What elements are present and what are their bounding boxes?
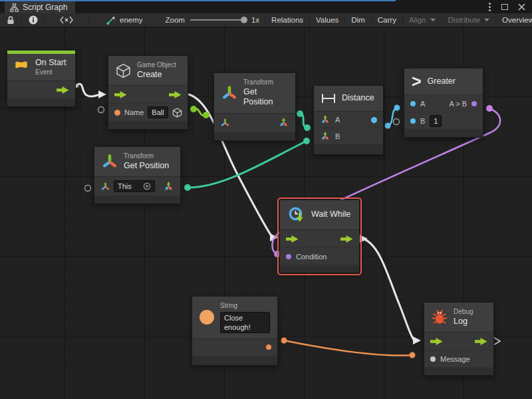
b-port-label: B — [335, 132, 340, 140]
node-title: On Start — [35, 58, 66, 68]
script-graph-window: Script Graph e — [0, 0, 532, 399]
vector3-out-port vector3-icon[interactable] — [278, 117, 289, 128]
b-port-label: B — [420, 117, 425, 125]
vector3-out-port vector3-icon[interactable] — [163, 181, 174, 192]
vector3-in-port vector3-icon[interactable] — [320, 131, 331, 142]
node-subtitle: Game Object — [137, 61, 176, 70]
tab-title: Script Graph — [23, 3, 67, 12]
close-icon[interactable] — [518, 3, 525, 11]
name-value-field[interactable]: Ball — [148, 106, 168, 118]
string-out-port[interactable] — [266, 344, 271, 350]
message-input-port[interactable] — [430, 356, 436, 362]
flag-icon — [13, 60, 29, 74]
exec-out-port[interactable] — [169, 91, 182, 98]
target-icon — [143, 182, 151, 190]
exec-in-port[interactable] — [114, 91, 127, 98]
node-subtitle: Transform — [243, 78, 288, 87]
values-button[interactable]: Values — [310, 13, 345, 27]
node-subtitle: Transform — [124, 152, 169, 161]
transform-icon — [102, 154, 118, 170]
overview-button[interactable]: Overview — [496, 13, 532, 27]
info-icon — [29, 15, 38, 25]
exec-out-port[interactable] — [57, 86, 69, 94]
node-debug-log[interactable]: Debug Log Message — [424, 302, 494, 376]
vector3-in-port vector3-icon[interactable] — [320, 114, 331, 125]
graph-reference[interactable]: enemy — [100, 13, 148, 27]
maximize-icon[interactable] — [501, 4, 508, 10]
name-port-label: Name — [124, 108, 144, 116]
chevron-down-icon — [430, 19, 436, 21]
node-get-position-this[interactable]: Transform Get Position This — [94, 146, 181, 204]
game-object-out-port cube-icon[interactable] — [172, 108, 182, 118]
tab-script-graph[interactable]: Script Graph — [5, 1, 75, 13]
greater-icon: > — [412, 73, 422, 90]
node-greater[interactable]: > Greater A A > B B 1 — [404, 68, 483, 138]
node-wait-while[interactable]: Wait While Condition — [279, 200, 360, 273]
string-circle-icon — [200, 310, 214, 325]
node-distance[interactable]: Distance A B — [313, 85, 384, 155]
node-title: Get Position — [243, 87, 288, 108]
target-value-field[interactable]: This — [114, 180, 155, 192]
node-footer — [280, 265, 359, 273]
node-on-start-event[interactable]: On Start Event — [7, 50, 76, 107]
node-footer — [424, 368, 493, 375]
transform-in-port transform-icon[interactable] — [220, 118, 230, 128]
node-subtitle: Debug — [454, 308, 473, 317]
result-out-port[interactable] — [471, 101, 477, 106]
exec-out-port[interactable] — [340, 235, 353, 243]
exec-in-port[interactable] — [286, 235, 299, 243]
a-input-port[interactable] — [410, 101, 416, 106]
focus-highlight — [0, 0, 396, 1]
node-footer — [7, 99, 75, 106]
carry-button[interactable]: Carry — [372, 13, 403, 27]
node-title: Distance — [342, 93, 374, 104]
b-value-field[interactable]: 1 — [430, 115, 442, 127]
condition-input-port[interactable] — [286, 254, 291, 259]
lock-icon — [7, 16, 15, 25]
angle-brackets-icon — [60, 16, 73, 24]
node-footer — [192, 356, 277, 365]
tab-bar: Script Graph — [0, 0, 532, 13]
node-string-literal[interactable]: String Close enough! — [192, 296, 278, 366]
node-subtitle: String — [220, 302, 270, 311]
inspect-button[interactable] — [22, 13, 45, 27]
lock-button[interactable] — [0, 13, 22, 27]
node-footer — [314, 145, 383, 154]
cube-icon — [116, 63, 131, 78]
exec-in-port[interactable] — [430, 338, 443, 345]
zoom-slider[interactable] — [190, 19, 246, 21]
edit-source-button[interactable] — [45, 13, 88, 27]
dim-button[interactable]: Dim — [345, 13, 371, 27]
node-title: Create — [137, 70, 176, 80]
a-port-label: A — [335, 116, 340, 124]
align-dropdown[interactable]: Align — [403, 13, 442, 27]
node-subtitle: Event — [35, 68, 66, 77]
node-footer — [404, 130, 483, 137]
graph-reference-label: enemy — [120, 16, 143, 24]
more-options-icon[interactable] — [487, 2, 491, 11]
node-title: Log — [454, 317, 473, 327]
node-footer — [108, 122, 188, 129]
node-title: Wait While — [311, 209, 350, 220]
node-footer — [214, 133, 295, 140]
node-title: Greater — [428, 76, 456, 87]
relations-button[interactable]: Relations — [265, 13, 310, 27]
transform-in-port transform-icon[interactable] — [100, 182, 110, 192]
string-value-field[interactable]: Close enough! — [220, 312, 270, 333]
bug-icon — [432, 309, 448, 326]
exec-out-port[interactable] — [475, 338, 487, 345]
node-footer — [94, 196, 180, 203]
zoom-slider-handle[interactable] — [241, 17, 247, 23]
node-get-position-ball[interactable]: Transform Get Position — [213, 72, 296, 141]
graph-pointer-icon — [106, 15, 116, 25]
timer-icon — [287, 206, 305, 223]
b-input-port[interactable] — [410, 118, 416, 124]
distance-icon — [321, 93, 336, 104]
name-input-port[interactable] — [114, 110, 120, 116]
result-out-port[interactable] — [371, 117, 377, 123]
node-game-object-create[interactable]: Game Object Create Name Ball — [108, 55, 188, 130]
distribute-dropdown[interactable]: Distribute — [442, 13, 497, 27]
zoom-label: Zoom — [166, 16, 185, 24]
transform-icon — [221, 85, 237, 101]
node-title: Get Position — [124, 161, 169, 172]
